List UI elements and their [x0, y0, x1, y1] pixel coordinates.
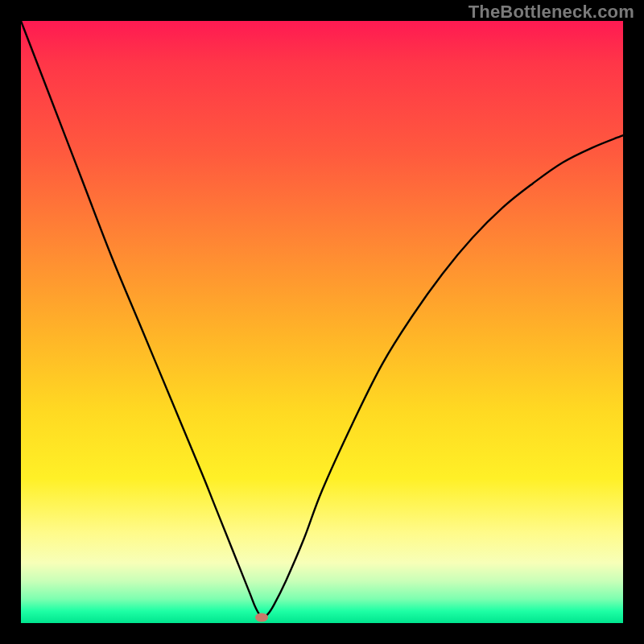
- plot-area: [21, 21, 623, 623]
- chart-frame: TheBottleneck.com: [0, 0, 644, 644]
- minimum-marker-icon: [255, 613, 268, 621]
- watermark-text: TheBottleneck.com: [469, 2, 634, 23]
- bottleneck-curve: [21, 21, 623, 623]
